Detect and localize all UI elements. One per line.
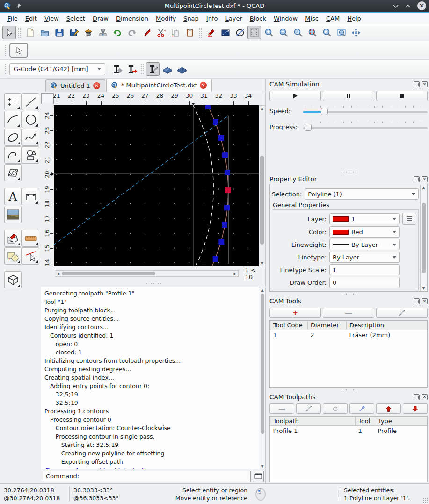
menu-edit[interactable]: Edit (22, 14, 41, 23)
pause-button[interactable] (323, 91, 374, 101)
toolbar-grip[interactable] (4, 45, 8, 56)
scroll-down-icon[interactable]: ▼ (259, 260, 265, 266)
vertex-handle[interactable] (218, 239, 224, 245)
scroll-down-icon[interactable]: ▼ (260, 463, 265, 469)
vertex-handles[interactable] (205, 105, 231, 262)
menu-window[interactable]: Window (270, 14, 301, 23)
vertex-handle[interactable] (205, 105, 211, 109)
property-dropdown[interactable]: By Layer (329, 239, 400, 250)
splitter-handle[interactable] (41, 281, 265, 287)
print-button[interactable] (96, 26, 109, 39)
vertex-handle[interactable] (225, 187, 231, 193)
solid-tool[interactable] (4, 271, 22, 288)
property-dropdown[interactable]: By Layer (329, 252, 400, 263)
horizontal-scrollbar-thumb[interactable] (62, 272, 155, 275)
property-dropdown[interactable]: Red (329, 226, 400, 238)
line-tool[interactable] (22, 93, 39, 110)
vertex-handle[interactable] (222, 152, 228, 158)
edit-toolpath-button[interactable] (296, 403, 321, 414)
float-panel-icon[interactable] (414, 81, 420, 87)
cam-tools-table[interactable]: Tool CodeDiameterDescription12Fräser (2m… (270, 320, 427, 340)
shape-tool[interactable] (22, 146, 39, 164)
scroll-down-icon[interactable]: ▼ (421, 285, 427, 291)
vertex-handle[interactable] (222, 222, 227, 228)
measure-tool[interactable] (22, 230, 39, 247)
save-button[interactable] (52, 26, 66, 39)
layer-menu-button[interactable] (402, 213, 416, 225)
progress-slider-handle[interactable] (305, 124, 312, 131)
regenerate-toolpath-button[interactable] (349, 403, 374, 414)
spline-tool[interactable] (22, 129, 39, 146)
table-column-header[interactable]: Tool (356, 417, 375, 426)
float-panel-icon[interactable] (414, 394, 420, 400)
remove-toolpath-button[interactable]: — (269, 403, 294, 414)
close-panel-icon[interactable]: ✕ (422, 176, 428, 182)
zoom-out-button[interactable] (276, 26, 290, 39)
menu-layer[interactable]: Layer (221, 14, 246, 23)
stop-button[interactable] (376, 91, 428, 101)
menu-modify[interactable]: Modify (152, 14, 180, 23)
vertex-handle[interactable] (218, 135, 224, 141)
scroll-up-icon[interactable]: ▲ (259, 106, 265, 111)
move-toolpath-up-button[interactable] (376, 403, 401, 414)
cut-scissors-button[interactable]: + (154, 26, 167, 39)
tab-multipointcircletest[interactable]: * MultipointCircleTest.dxf ✕ (106, 79, 212, 92)
tab-untitled-1[interactable]: Untitled 1 ✕ (45, 79, 105, 92)
menu-select[interactable]: Select (63, 14, 89, 23)
menu-help[interactable]: Help (343, 14, 365, 23)
table-column-header[interactable]: Type (375, 417, 427, 426)
scroll-left-icon[interactable]: ◀ (55, 271, 61, 276)
speed-slider[interactable] (303, 106, 428, 116)
pan-button[interactable] (349, 26, 363, 39)
horizontal-scrollbar[interactable]: ◀ ▶ (55, 270, 239, 277)
knife-button[interactable] (139, 26, 153, 39)
selection-dropdown[interactable]: Polyline (1) (305, 188, 419, 200)
ellipse-tool[interactable] (4, 129, 22, 146)
table-row[interactable]: 12Fräser (2mm) (270, 330, 427, 340)
property-dropdown[interactable]: 1 (329, 213, 400, 224)
arc-tool[interactable] (4, 111, 22, 128)
edit-tool-button[interactable] (376, 308, 428, 318)
previous-view-button[interactable] (320, 26, 334, 39)
menu-view[interactable]: View (41, 14, 63, 23)
menu-cam[interactable]: CAM (322, 14, 343, 23)
panel-splitter[interactable] (269, 292, 428, 296)
vertex-handle[interactable] (213, 119, 218, 125)
table-column-header[interactable]: Diameter (308, 321, 347, 330)
zoom-extents-button[interactable] (305, 26, 319, 39)
selection-arrow-button[interactable] (2, 26, 16, 39)
drawing-canvas[interactable] (54, 105, 259, 266)
menu-dimension[interactable]: Dimension (112, 14, 152, 23)
property-input[interactable]: 0 (329, 277, 400, 288)
image-tool[interactable] (4, 206, 22, 223)
circle-tool[interactable] (22, 111, 39, 128)
toolbar-grip[interactable] (198, 27, 202, 38)
vertical-scrollbar[interactable]: ▲ ▼ (259, 105, 265, 266)
paste-button[interactable] (183, 26, 196, 39)
close-panel-icon[interactable]: ✕ (422, 394, 428, 400)
menu-snap[interactable]: Snap (180, 14, 203, 23)
cam-simulation-button[interactable] (146, 62, 160, 76)
vertical-scrollbar-thumb[interactable] (260, 156, 264, 245)
menu-file[interactable]: File (4, 14, 22, 23)
hatch-tool[interactable] (4, 164, 22, 181)
log-scrollbar[interactable]: ▲ ▼ (259, 287, 265, 469)
command-input-field[interactable]: Command: (43, 471, 251, 482)
vertex-handle[interactable] (224, 205, 230, 210)
close-panel-icon[interactable]: ✕ (422, 298, 428, 304)
table-column-header[interactable]: Toolpath (270, 417, 356, 426)
grid-toggle-button[interactable] (247, 26, 261, 39)
new-file-button[interactable] (23, 26, 37, 39)
cam-toolpaths-table[interactable]: ToolpathToolTypeProfile 11Profile (270, 416, 427, 436)
cam-configuration-button[interactable] (110, 62, 124, 76)
open-folder-button[interactable] (38, 26, 51, 39)
menu-draw[interactable]: Draw (89, 14, 112, 23)
zoom-in-button[interactable] (262, 26, 276, 39)
resize-grip[interactable] (422, 497, 428, 503)
toolbar-grip[interactable] (140, 64, 144, 75)
cam-plate-front-button[interactable] (160, 62, 174, 76)
remove-tool-button[interactable]: — (323, 308, 374, 318)
progress-slider[interactable] (303, 122, 428, 132)
command-input[interactable] (82, 473, 247, 480)
copy-button[interactable]: + (168, 26, 182, 39)
